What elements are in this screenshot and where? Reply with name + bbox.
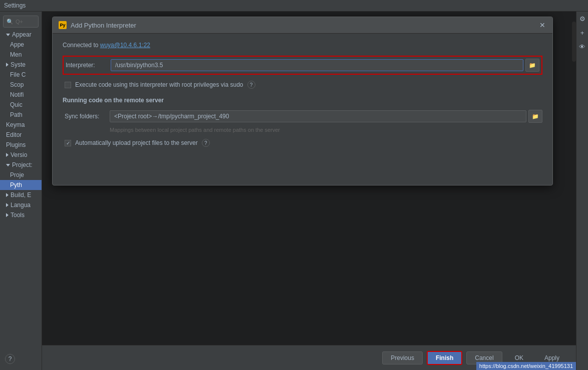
sidebar-item-editor[interactable]: Editor — [0, 130, 42, 140]
running-section-title: Running code on the remote server — [63, 97, 542, 104]
sidebar-item-label: Editor — [6, 131, 22, 138]
finish-button[interactable]: Finish — [427, 351, 462, 365]
chevron-down-icon — [6, 34, 10, 36]
close-button[interactable]: ✕ — [538, 21, 546, 29]
sync-folders-row: Sync folders: 📁 — [63, 110, 542, 123]
checkmark-icon: ✓ — [66, 140, 70, 146]
chevron-right-icon — [6, 203, 9, 207]
sidebar-item-appear-sub2[interactable]: Men — [0, 50, 42, 60]
dialog-title-section: Py Add Python Interpreter — [59, 21, 136, 29]
add-icon[interactable]: + — [577, 28, 587, 38]
info-icon[interactable]: ? — [247, 81, 255, 89]
sidebar-item-label: Men — [10, 51, 22, 58]
sidebar-item-label: Proje — [10, 171, 24, 178]
right-toolbar: ⚙ + 👁 — [576, 12, 588, 370]
eye-icon[interactable]: 👁 — [577, 42, 587, 52]
auto-upload-label: Automatically upload project files to th… — [75, 139, 198, 146]
interpreter-row: Interpreter: 📁 — [63, 56, 542, 75]
connected-to-text: Connected to wuya@10.4.6.1:22 — [63, 42, 542, 49]
sidebar-item-path[interactable]: Path — [0, 110, 42, 120]
add-interpreter-dialog: Py Add Python Interpreter ✕ Connected to… — [52, 17, 553, 186]
chevron-right-icon — [6, 193, 9, 197]
main-panel: Py Add Python Interpreter ✕ Connected to… — [42, 12, 576, 370]
connected-host-link[interactable]: wuya@10.4.6.1:22 — [100, 42, 150, 49]
dialog-body: Connected to wuya@10.4.6.1:22 Interprete… — [53, 34, 552, 155]
sidebar-item-label: Notifi — [10, 91, 24, 98]
chevron-right-icon — [6, 213, 9, 217]
auto-upload-checkbox[interactable]: ✓ — [65, 140, 71, 146]
sidebar-item-label: Scop — [10, 81, 24, 88]
sidebar-item-label: Appe — [10, 41, 24, 48]
sidebar-item-label: Path — [10, 111, 23, 118]
sidebar-item-notifications[interactable]: Notifi — [0, 90, 42, 100]
sidebar-item-label: Pyth — [10, 181, 22, 189]
settings-gear-icon[interactable]: ⚙ — [577, 14, 587, 24]
chevron-right-icon — [6, 153, 9, 157]
folder-icon: 📁 — [532, 113, 539, 120]
previous-button[interactable]: Previous — [382, 351, 423, 364]
sidebar-item-version[interactable]: Versio — [0, 150, 42, 160]
window-title: Settings — [4, 2, 26, 9]
interpreter-input[interactable] — [111, 59, 523, 71]
help-icon[interactable]: ? — [5, 354, 15, 364]
sidebar-item-tools[interactable]: Tools — [0, 210, 42, 220]
dialog-titlebar: Py Add Python Interpreter ✕ — [53, 17, 552, 34]
sidebar-item-label: Keyma — [6, 121, 25, 128]
execute-checkbox-row: Execute code using this interpreter with… — [63, 81, 542, 89]
sidebar-item-quick[interactable]: Quic — [0, 100, 42, 110]
chevron-right-icon — [6, 63, 9, 67]
sidebar-item-keymap[interactable]: Keyma — [0, 120, 42, 130]
sidebar-item-label: Build, E — [11, 192, 31, 199]
auto-upload-row: ✓ Automatically upload project files to … — [63, 139, 542, 147]
sidebar-item-label: Syste — [11, 61, 26, 68]
sidebar-item-label: File C — [10, 71, 26, 78]
mappings-hint: Mappings between local project paths and… — [63, 127, 542, 133]
window-titlebar: Settings — [0, 0, 588, 12]
sidebar-item-filecolors[interactable]: File C — [0, 70, 42, 80]
sidebar-item-label: Tools — [11, 212, 25, 219]
sidebar-item-label: Appear — [12, 31, 32, 38]
dialog-spacer — [53, 155, 552, 185]
dialog-overlay: Py Add Python Interpreter ✕ Connected to… — [42, 12, 576, 370]
search-placeholder: Q+ — [16, 19, 23, 25]
search-icon: 🔍 — [7, 19, 14, 25]
interpreter-input-wrap: 📁 — [111, 59, 539, 72]
sidebar-item-system[interactable]: Syste — [0, 60, 42, 70]
chevron-down-icon — [6, 164, 10, 166]
sync-input[interactable] — [110, 110, 526, 122]
interpreter-browse-button[interactable]: 📁 — [525, 59, 539, 72]
execute-checkbox[interactable] — [65, 82, 71, 88]
sidebar-search[interactable]: 🔍 Q+ — [3, 16, 39, 28]
sync-input-wrap: 📁 — [110, 110, 542, 123]
sidebar-item-label: Langua — [11, 202, 31, 209]
url-bar: https://blog.csdn.net/weixin_41995131 — [476, 362, 576, 370]
auto-upload-info-icon[interactable]: ? — [202, 139, 210, 147]
sidebar-item-label: Project: — [12, 161, 33, 168]
sidebar-item-python-interpreter[interactable]: Pyth — [0, 180, 42, 190]
dialog-title: Add Python Interpreter — [71, 22, 136, 29]
sidebar-item-build[interactable]: Build, E — [0, 190, 42, 200]
sidebar-item-scopes[interactable]: Scop — [0, 80, 42, 90]
sidebar-item-appear-sub1[interactable]: Appe — [0, 40, 42, 50]
sidebar-item-project-sub[interactable]: Proje — [0, 170, 42, 180]
interpreter-label: Interpreter: — [66, 62, 111, 69]
sync-label: Sync folders: — [65, 113, 110, 120]
python-icon: Py — [59, 21, 67, 29]
sidebar-item-languages[interactable]: Langua — [0, 200, 42, 210]
execute-checkbox-label: Execute code using this interpreter with… — [75, 81, 243, 88]
sidebar-item-appear[interactable]: Appear — [0, 30, 42, 40]
sidebar-item-label: Plugins — [6, 141, 26, 148]
sidebar-item-plugins[interactable]: Plugins — [0, 140, 42, 150]
folder-icon: 📁 — [529, 62, 536, 69]
sidebar-item-label: Versio — [11, 151, 27, 158]
sync-browse-button[interactable]: 📁 — [528, 110, 542, 123]
sidebar-item-project[interactable]: Project: — [0, 160, 42, 170]
sidebar-item-label: Quic — [10, 101, 23, 108]
sidebar: 🔍 Q+ Appear Appe Men Syste File C Scop — [0, 12, 42, 370]
